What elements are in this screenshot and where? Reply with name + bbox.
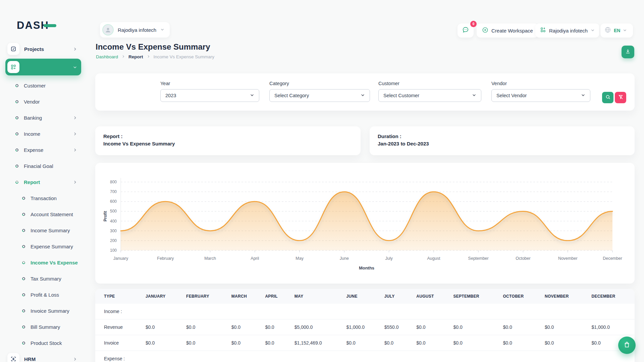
app-logo[interactable]: DASH (17, 19, 81, 32)
sidebar-item-hrm[interactable]: HRM (5, 351, 81, 362)
sidebar-item-expense[interactable]: Expense (5, 142, 81, 158)
company-selector[interactable]: Rajodiya infotech (535, 23, 599, 38)
breadcrumb-current: Income Vs Expense Summary (154, 54, 215, 59)
sidebar-item-customer[interactable]: Customer (5, 77, 81, 94)
workspace-selector[interactable]: Rajodiya infotech (100, 22, 170, 38)
create-workspace-button[interactable]: Create Workspace (477, 23, 538, 38)
row-value-cell: $0.0 (413, 335, 450, 351)
sidebar-item-account-statement[interactable]: Account Statement (5, 206, 81, 222)
reset-filter-button[interactable] (615, 92, 626, 103)
table-column-header: JULY (381, 289, 413, 304)
chevron-down-icon (472, 93, 476, 99)
sidebar-item-bill-summary[interactable]: Bill Summary (5, 319, 81, 335)
grid-icon (540, 27, 546, 34)
sidebar-item-label: HRM (24, 356, 36, 362)
sidebar-item-label: Expense (24, 147, 43, 153)
svg-text:January: January (113, 256, 128, 261)
row-type-cell: Revenue (95, 319, 142, 335)
globe-icon (604, 26, 611, 35)
filter-off-icon (618, 94, 624, 101)
sidebar-item-label: Invoice Summary (31, 308, 69, 314)
sidebar-item-label: Report (24, 179, 40, 185)
sidebar-item-profit-loss[interactable]: Profit & Loss (5, 287, 81, 303)
vendor-select[interactable]: Select Vendor (491, 89, 590, 102)
customer-select[interactable]: Select Customer (378, 89, 481, 102)
project-checkbox-icon (7, 43, 19, 55)
table-section-label: Expense : (95, 351, 635, 362)
svg-text:July: July (385, 256, 393, 261)
search-icon (605, 94, 611, 101)
chevron-right-icon (73, 116, 77, 120)
chevron-right-icon (73, 180, 77, 184)
chevron-down-icon (361, 93, 365, 99)
income-expense-table-card: TYPEJANUARYFEBRUARYMARCHAPRILMAYJUNEJULY… (95, 289, 635, 362)
row-value-cell: $0.0 (228, 335, 262, 351)
bullet-ring-icon (21, 341, 26, 345)
table-row: Revenue$0.0$0.0$0.0$0.0$5,000.0$1,000.0$… (95, 319, 635, 335)
sidebar-item-label: Bill Summary (31, 324, 60, 330)
row-value-cell: $0.0 (450, 319, 499, 335)
sidebar-item-product-stock[interactable]: Product Stock (5, 335, 81, 351)
chevron-down-icon (160, 27, 164, 33)
messages-button[interactable]: 0 (458, 23, 474, 38)
sidebar-item-income-summary[interactable]: Income Summary (5, 222, 81, 238)
breadcrumb-report-link[interactable]: Report (128, 54, 143, 59)
svg-text:300: 300 (110, 229, 117, 233)
sidebar-item-income[interactable]: Income (5, 126, 81, 142)
download-icon (625, 48, 631, 56)
row-type-cell: Invoice (95, 335, 142, 351)
bullet-ring-icon (15, 148, 19, 152)
profit-area-chart: 100200300400500600700800JanuaryFebruaryM… (95, 163, 635, 284)
svg-text:October: October (516, 256, 530, 261)
svg-text:800: 800 (110, 180, 117, 184)
table-section-row: Income : (95, 304, 635, 319)
bullet-ring-icon (21, 228, 26, 233)
chevron-right-icon (121, 54, 125, 59)
download-report-button[interactable] (622, 46, 634, 58)
table-column-header: SEPTEMBER (450, 289, 499, 304)
bullet-ring-icon (15, 100, 19, 104)
year-select[interactable]: 2023 (160, 89, 259, 102)
bullet-ring-icon (21, 244, 26, 249)
apply-filter-button[interactable] (602, 92, 613, 103)
svg-text:400: 400 (110, 219, 117, 224)
duration-label: Duration : (378, 133, 627, 140)
chat-count-badge: 0 (470, 21, 477, 27)
table-section-label: Income : (95, 304, 635, 319)
chevron-down-icon (73, 65, 77, 69)
sidebar-item-tax-summary[interactable]: Tax Summary (5, 270, 81, 287)
table-column-header: TYPE (95, 289, 142, 304)
sidebar-item-accounting[interactable]: Accounting (5, 59, 81, 75)
sidebar-item-finacial-goal[interactable]: Finacial Goal (5, 158, 81, 174)
chevron-right-icon (73, 148, 77, 152)
row-value-cell: $0.0 (413, 319, 450, 335)
sidebar-item-label: Customer (24, 83, 46, 88)
category-label: Category (269, 81, 370, 86)
language-selector[interactable]: EN (600, 23, 633, 38)
sidebar-item-income-vs-expense[interactable]: Income Vs Expense (5, 254, 81, 270)
sidebar-menu: ProjectsAccountingCustomerVendorBankingI… (5, 41, 81, 362)
sidebar-item-report[interactable]: Report (5, 174, 81, 190)
table-column-header: DECEMBER (588, 289, 635, 304)
sidebar-item-transaction[interactable]: Transaction (5, 190, 81, 206)
sidebar-item-expense-summary[interactable]: Expense Summary (5, 238, 81, 254)
chevron-right-icon (73, 47, 77, 51)
sidebar-item-banking[interactable]: Banking (5, 110, 81, 126)
category-select[interactable]: Select Category (269, 89, 370, 102)
sidebar-item-vendor[interactable]: Vendor (5, 94, 81, 110)
logo-dash-icon (44, 24, 56, 27)
svg-text:September: September (468, 256, 489, 261)
table-column-header: OCTOBER (499, 289, 541, 304)
row-value-cell: $0.0 (381, 335, 413, 351)
sidebar-item-label: Product Stock (31, 340, 62, 346)
breadcrumb-dashboard-link[interactable]: Dashboard (96, 54, 118, 59)
table-section-row: Expense : (95, 351, 635, 362)
sidebar-item-invoice-summary[interactable]: Invoice Summary (5, 303, 81, 319)
chevron-down-icon (623, 27, 627, 34)
chevron-down-icon (250, 93, 254, 99)
row-value-cell: $0.0 (228, 319, 262, 335)
sidebar-item-projects[interactable]: Projects (5, 41, 81, 57)
purchase-fab-button[interactable] (618, 337, 636, 354)
bullet-ring-icon (15, 180, 19, 184)
page-title: Income Vs Expense Summary (96, 42, 210, 52)
